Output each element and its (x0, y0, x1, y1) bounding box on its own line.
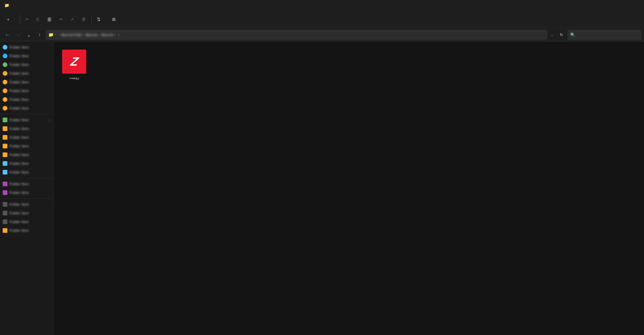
sidebar-item-label: Folder Item (9, 54, 51, 58)
sidebar-item-label: Folder Item (9, 127, 51, 131)
sidebar-item-icon (3, 54, 7, 58)
sidebar-item-icon (3, 170, 7, 175)
sidebar-item-label: Folder Item (9, 161, 51, 165)
file-content: Zزومیت (54, 42, 644, 335)
minimize-button[interactable] (594, 0, 609, 11)
sidebar-divider (0, 114, 53, 114)
sidebar-item-label: Folder Item (9, 71, 51, 75)
back-button[interactable]: ← (3, 30, 12, 40)
restore-button[interactable] (609, 0, 625, 11)
paste-button[interactable]: 📋 (43, 13, 55, 25)
rename-button[interactable]: ✏ (56, 13, 66, 25)
sidebar-item-icon (3, 135, 7, 140)
file-logo: Z (69, 55, 78, 69)
refresh-button[interactable]: ↻ (557, 30, 566, 40)
sidebar-item-item7[interactable]: Folder Item (0, 95, 53, 104)
copy-button[interactable]: ⎘ (33, 13, 43, 25)
sidebar-item-item3[interactable]: Folder Item (0, 60, 53, 69)
sidebar-item-item1[interactable]: Folder Item (0, 43, 53, 52)
copy-icon: ⎘ (37, 17, 39, 22)
sidebar-item-icon (3, 126, 7, 131)
sidebar-item-item20[interactable]: Folder Item (0, 217, 53, 226)
sidebar-item-icon (3, 71, 7, 76)
title-bar: 📁 (0, 0, 644, 11)
paste-icon: 📋 (47, 17, 52, 22)
sidebar-item-item4[interactable]: Folder Item (0, 69, 53, 78)
sidebar-item-item2[interactable]: Folder Item (0, 52, 53, 60)
folder-segment-3: Blurred (101, 33, 113, 37)
sidebar-item-icon (3, 190, 7, 195)
address-bar: ← → ⌄ ↑ 📁 › › Blurred Path › Blurred › B… (0, 28, 644, 42)
sort-icon: ⇅ (97, 17, 101, 22)
delete-icon: 🗑 (82, 17, 86, 22)
file-item-zomit[interactable]: Zزومیت (59, 47, 89, 82)
delete-button[interactable]: 🗑 (78, 13, 89, 25)
sidebar-item-item15[interactable]: Folder Item (0, 168, 53, 177)
sidebar-item-label: Folder Item (9, 182, 51, 186)
rename-icon: ✏ (59, 17, 63, 22)
sidebar-item-item14[interactable]: Folder Item (0, 159, 53, 168)
new-icon: ＋ (6, 16, 10, 22)
sidebar-item-label: Folder Item (9, 153, 51, 157)
sidebar-item-label: Folder Item (9, 220, 51, 224)
view-button[interactable]: ⊞ (109, 13, 123, 25)
sidebar-item-item17[interactable]: Folder Item (0, 188, 53, 197)
sidebar-item-item8[interactable]: Folder Item (0, 104, 53, 113)
view-icon: ⊞ (112, 17, 116, 22)
forward-button[interactable]: → (13, 30, 23, 40)
sidebar-item-item18[interactable]: Folder Item (0, 200, 53, 209)
sidebar-item-label: Folder Item (9, 202, 51, 206)
sidebar-item-icon (3, 211, 7, 215)
sidebar-item-item19[interactable]: Folder Item (0, 209, 53, 217)
sidebar-item-icon (3, 45, 7, 50)
sidebar-item-label: Folder Item (9, 89, 51, 93)
sidebar-item-count: 2 (49, 118, 51, 122)
sidebar-item-item5[interactable]: Folder Item (0, 78, 53, 86)
sidebar-item-icon (3, 106, 7, 111)
folder-segment: Blurred Path (61, 33, 82, 37)
more-actions-button[interactable] (124, 13, 130, 25)
sidebar-item-label: Folder Item (9, 170, 51, 174)
sidebar-item-icon (3, 219, 7, 224)
folder-icon-path: 📁 (48, 32, 54, 37)
sidebar-item-item16[interactable]: Folder Item (0, 180, 53, 188)
sidebar-item-icon (3, 152, 7, 157)
folder-segment-2: Blurred (86, 33, 97, 37)
sidebar-item-item6[interactable]: Folder Item (0, 86, 53, 95)
sidebar-item-item11[interactable]: Folder Item (0, 133, 53, 142)
sidebar-item-item9[interactable]: Folder Item2 (0, 116, 53, 124)
sidebar-item-item10[interactable]: Folder Item (0, 124, 53, 133)
share-button[interactable]: ↗ (67, 13, 77, 25)
sidebar-item-icon (3, 80, 7, 84)
sidebar-item-icon (3, 97, 7, 102)
up-button[interactable]: ↑ (35, 30, 44, 40)
separator-1 (20, 15, 20, 23)
separator-2 (91, 15, 92, 23)
new-button[interactable]: ＋ (3, 13, 18, 25)
sidebar-divider (0, 198, 53, 199)
address-path[interactable]: 📁 › › Blurred Path › Blurred › Blurred ›… (46, 30, 547, 40)
sidebar-item-icon (3, 144, 7, 148)
main-area: Folder ItemFolder ItemFolder ItemFolder … (0, 42, 644, 335)
sort-button[interactable]: ⇅ (94, 13, 108, 25)
sidebar-item-label: Folder Item (9, 63, 51, 67)
cut-button[interactable]: ✂ (22, 13, 33, 25)
sidebar-item-label: Folder Item (9, 144, 51, 148)
sidebar-item-item13[interactable]: Folder Item (0, 150, 53, 159)
sidebar-item-label: Folder Item (9, 45, 51, 49)
address-dropdown-button[interactable]: ⌄ (549, 30, 555, 40)
sidebar-item-item21[interactable]: Folder Item (0, 226, 53, 235)
sidebar-item-label: Folder Item (9, 228, 51, 232)
search-box[interactable]: 🔍 (568, 30, 641, 40)
sidebar-item-icon (3, 202, 7, 207)
sidebar-item-label: Folder Item (9, 106, 51, 110)
share-icon: ↗ (70, 17, 74, 22)
toolbar: ＋ ✂ ⎘ 📋 ✏ ↗ 🗑 ⇅ ⊞ (0, 11, 644, 28)
file-thumbnail: Z (62, 50, 86, 74)
close-button[interactable] (625, 0, 640, 11)
search-icon: 🔍 (570, 32, 575, 37)
sidebar-item-item12[interactable]: Folder Item (0, 142, 53, 150)
recent-locations-button[interactable]: ⌄ (24, 30, 34, 40)
cut-icon: ✂ (25, 17, 29, 22)
sidebar-item-icon (3, 88, 7, 93)
